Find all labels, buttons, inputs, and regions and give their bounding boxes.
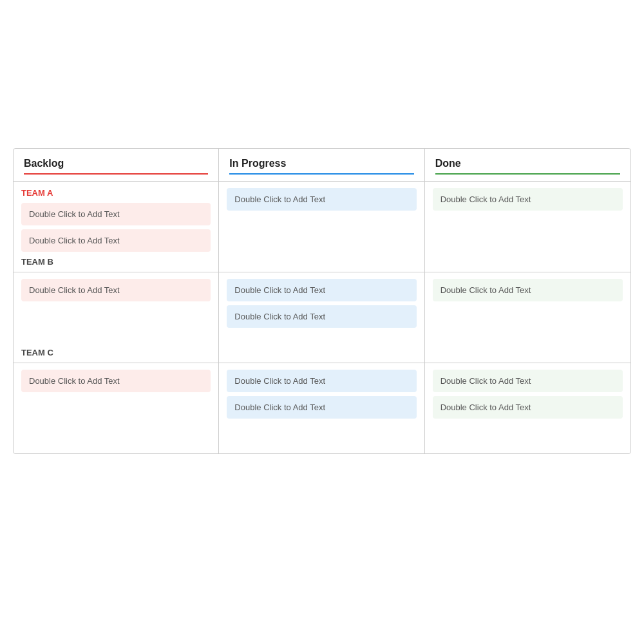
tasks-backlog-team-b: Double Click to Add Text xyxy=(21,279,211,301)
tasks-done-team-c: Double Click to Add Text Double Click to… xyxy=(433,370,623,419)
card-inprogress-a-1[interactable]: Double Click to Add Text xyxy=(227,188,416,211)
card-backlog-b-1[interactable]: Double Click to Add Text xyxy=(21,279,211,301)
team-label-b: TEAM B xyxy=(21,257,211,267)
col-header-done: Done xyxy=(425,149,630,181)
card-inprogress-c-2[interactable]: Double Click to Add Text xyxy=(227,396,416,419)
col-header-backlog: Backlog xyxy=(14,149,219,181)
cell-backlog-team-c: Double Click to Add Text xyxy=(14,363,219,453)
card-done-b-1[interactable]: Double Click to Add Text xyxy=(433,279,623,301)
card-backlog-c-1[interactable]: Double Click to Add Text xyxy=(21,370,211,392)
card-inprogress-c-1[interactable]: Double Click to Add Text xyxy=(227,370,416,392)
card-inprogress-b-2[interactable]: Double Click to Add Text xyxy=(227,305,416,328)
row-team-c: Double Click to Add Text Double Click to… xyxy=(14,363,630,453)
cell-done-team-a: Double Click to Add Text xyxy=(425,182,630,272)
row-team-b: Double Click to Add Text TEAM C Double C… xyxy=(14,272,630,363)
cell-done-team-c: Double Click to Add Text Double Click to… xyxy=(425,363,630,453)
team-label-a: TEAM A xyxy=(21,188,211,203)
col-title-done: Done xyxy=(435,158,620,169)
team-label-c: TEAM C xyxy=(21,348,211,357)
col-title-inprogress: In Progress xyxy=(229,158,413,169)
tasks-inprogress-team-a: Double Click to Add Text xyxy=(227,188,416,211)
card-done-c-2[interactable]: Double Click to Add Text xyxy=(433,396,623,419)
col-underline-inprogress xyxy=(229,173,413,175)
cell-inprogress-team-a: Double Click to Add Text xyxy=(219,182,424,272)
tasks-done-team-b: Double Click to Add Text xyxy=(433,279,623,301)
cell-backlog-team-a: TEAM A Double Click to Add Text Double C… xyxy=(14,182,219,272)
card-inprogress-b-1[interactable]: Double Click to Add Text xyxy=(227,279,416,301)
tasks-backlog-team-a: Double Click to Add Text Double Click to… xyxy=(21,203,211,252)
card-backlog-a-2[interactable]: Double Click to Add Text xyxy=(21,229,211,252)
page-wrapper: Backlog In Progress Done TEAM A Double C… xyxy=(0,0,644,644)
col-header-inprogress: In Progress xyxy=(219,149,424,181)
header-row: Backlog In Progress Done xyxy=(14,149,630,182)
cell-done-team-b: Double Click to Add Text xyxy=(425,272,630,363)
card-done-a-1[interactable]: Double Click to Add Text xyxy=(433,188,623,211)
col-title-backlog: Backlog xyxy=(24,158,208,169)
row-team-a: TEAM A Double Click to Add Text Double C… xyxy=(14,182,630,272)
cell-inprogress-team-c: Double Click to Add Text Double Click to… xyxy=(219,363,424,453)
card-done-c-1[interactable]: Double Click to Add Text xyxy=(433,370,623,392)
tasks-backlog-team-c: Double Click to Add Text xyxy=(21,370,211,392)
col-underline-backlog xyxy=(24,173,208,175)
cell-backlog-team-b: Double Click to Add Text TEAM C xyxy=(14,272,219,363)
card-backlog-a-1[interactable]: Double Click to Add Text xyxy=(21,203,211,225)
kanban-board: Backlog In Progress Done TEAM A Double C… xyxy=(13,148,631,454)
col-underline-done xyxy=(435,173,620,175)
tasks-inprogress-team-b: Double Click to Add Text Double Click to… xyxy=(227,279,416,328)
tasks-inprogress-team-c: Double Click to Add Text Double Click to… xyxy=(227,370,416,419)
cell-inprogress-team-b: Double Click to Add Text Double Click to… xyxy=(219,272,424,363)
tasks-done-team-a: Double Click to Add Text xyxy=(433,188,623,211)
